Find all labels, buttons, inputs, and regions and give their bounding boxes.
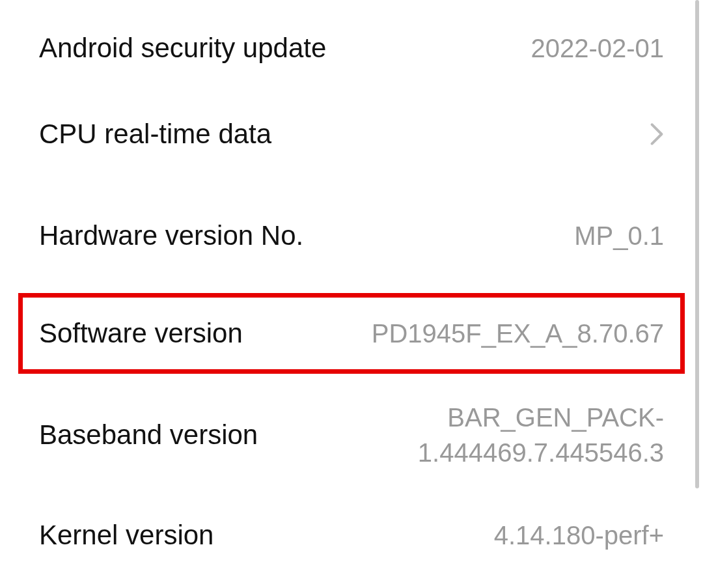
setting-row-cpu-realtime[interactable]: CPU real-time data [0,85,703,184]
setting-row-hardware-version[interactable]: Hardware version No. MP_0.1 [0,184,703,288]
android-security-label: Android security update [39,33,326,64]
software-version-value: PD1945F_EX_A_8.70.67 [372,319,664,348]
setting-row-kernel-version[interactable]: Kernel version 4.14.180-perf+ [0,490,703,581]
scrollbar[interactable] [695,0,699,488]
software-version-highlight: Software version PD1945F_EX_A_8.70.67 [0,288,703,380]
setting-row-software-version[interactable]: Software version PD1945F_EX_A_8.70.67 [18,293,685,374]
kernel-version-label: Kernel version [39,520,214,551]
setting-row-baseband-version[interactable]: Baseband version BAR_GEN_PACK-1.444469.7… [0,380,703,490]
hardware-version-label: Hardware version No. [39,220,303,251]
baseband-version-value: BAR_GEN_PACK-1.444469.7.445546.3 [284,400,664,470]
hardware-version-value: MP_0.1 [574,221,664,251]
settings-list: Android security update 2022-02-01 CPU r… [0,0,703,581]
baseband-version-label: Baseband version [39,419,258,451]
kernel-version-value: 4.14.180-perf+ [494,521,664,550]
cpu-realtime-label: CPU real-time data [39,119,271,150]
setting-row-android-security[interactable]: Android security update 2022-02-01 [0,0,703,85]
software-version-label: Software version [39,318,243,349]
android-security-value: 2022-02-01 [531,34,664,63]
chevron-right-icon [650,122,664,147]
